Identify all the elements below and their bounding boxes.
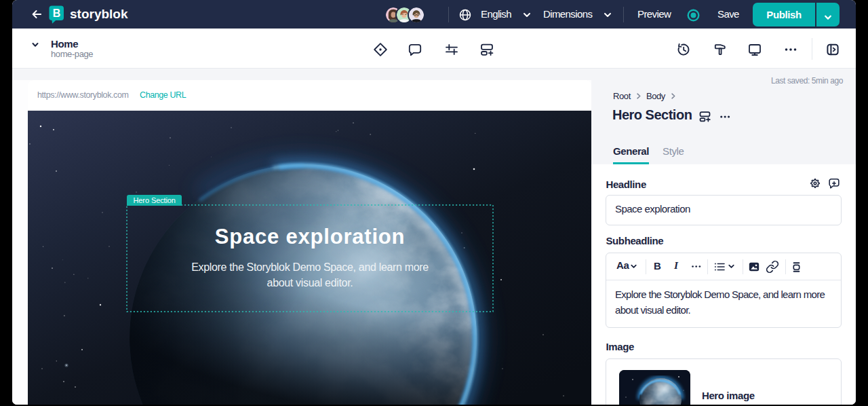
svg-text:B: B xyxy=(53,7,60,19)
